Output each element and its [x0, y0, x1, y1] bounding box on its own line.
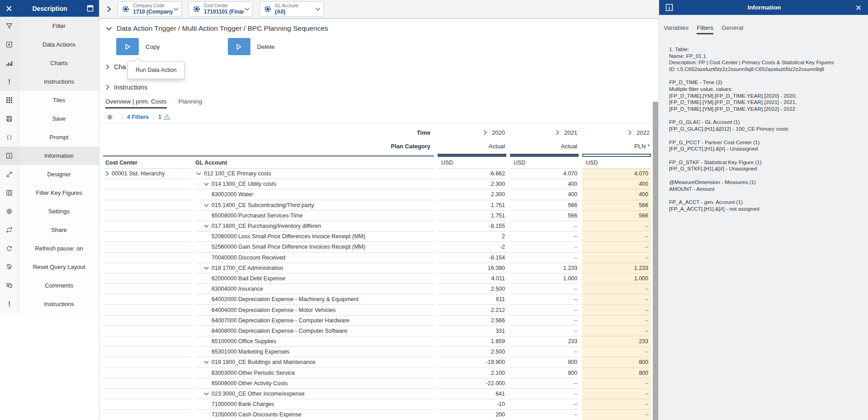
value-cell-2022[interactable]: – [582, 378, 651, 389]
run-copy-button[interactable] [116, 38, 139, 55]
gl-account-cell[interactable]: 64002000 Depreciation Expense - Machiner… [195, 294, 434, 305]
value-cell-2022[interactable]: – [582, 399, 651, 410]
cost-center-cell[interactable]: 00001 Std. Hierarchy [103, 169, 192, 179]
gl-account-cell[interactable]: 65100000 Office Supplies [195, 336, 434, 347]
value-cell-2022[interactable]: 400 [582, 189, 651, 200]
value-cell-2021[interactable]: – [510, 378, 579, 389]
value-cell-2020[interactable]: 2.300 [438, 189, 506, 200]
chevron-down-icon[interactable] [204, 266, 209, 270]
gl-account-cell[interactable]: 64004000 Depreciation Expense - Motor Ve… [195, 305, 434, 315]
year-column-2021[interactable]: 2021 [510, 126, 579, 139]
value-cell-2022[interactable]: – [582, 326, 651, 336]
close-icon[interactable] [5, 5, 13, 12]
run-delete-button[interactable] [228, 38, 250, 55]
value-cell-2022[interactable]: – [582, 316, 651, 326]
value-cell-2022[interactable]: 800 [582, 368, 651, 378]
value-cell-2021[interactable]: 1.000 [510, 274, 579, 284]
sidebar-item-reset-query-layout[interactable]: Reset Query Layout [0, 258, 99, 276]
gl-account-cell[interactable]: 52060000 Loss Small Price Differences In… [195, 231, 434, 242]
value-cell-2021[interactable]: – [510, 253, 579, 263]
value-cell-2021[interactable]: 4.070 [510, 169, 579, 179]
sidebar-item-information[interactable]: iInformation [0, 146, 99, 165]
gl-account-cell[interactable]: 65009000 Other Activity Costs [195, 378, 434, 389]
sidebar-item-tiles[interactable]: Tiles [0, 91, 99, 109]
expand-panel-icon[interactable] [107, 6, 111, 12]
value-cell-2020[interactable]: -22.000 [438, 378, 506, 389]
chevron-right-icon[interactable] [556, 130, 559, 135]
value-cell-2021[interactable]: – [510, 305, 579, 315]
close-icon[interactable] [855, 5, 862, 11]
chevron-right-icon[interactable] [628, 130, 632, 135]
gl-account-cell[interactable]: 64007000 Depreciation Expense - Computer… [195, 316, 434, 326]
chevron-right-icon[interactable] [483, 130, 487, 135]
value-cell-2022[interactable]: – [582, 253, 651, 263]
section-cha[interactable]: Cha [106, 63, 126, 71]
gl-account-cell[interactable]: 014 1300_CE Utility costs [195, 179, 434, 189]
value-cell-2020[interactable]: 331 [438, 326, 506, 336]
chevron-down-icon[interactable] [204, 392, 209, 396]
sidebar-item-share[interactable]: Share [0, 221, 99, 239]
value-cell-2021[interactable]: – [510, 231, 579, 242]
filter-chip-company-code[interactable]: Company Code1710 (Company C... [118, 1, 182, 17]
value-cell-2020[interactable]: 2.300 [438, 179, 506, 189]
value-cell-2022[interactable]: – [582, 221, 651, 231]
value-cell-2022[interactable]: – [582, 242, 651, 252]
value-cell-2020[interactable]: 16.390 [438, 263, 506, 274]
chevron-down-icon[interactable] [204, 203, 209, 207]
tab-planning[interactable]: Planning [179, 96, 203, 109]
value-cell-2021[interactable]: – [510, 242, 579, 252]
restore-window-icon[interactable] [87, 5, 94, 12]
value-cell-2021[interactable]: 800 [510, 368, 579, 378]
gl-account-cell[interactable]: 63004000 Insurance [195, 284, 434, 294]
chevron-down-icon[interactable] [196, 172, 201, 175]
value-cell-2021[interactable]: – [510, 347, 579, 357]
gl-account-header[interactable]: GL Account [195, 157, 434, 169]
panel-tab-variables[interactable]: Variables [664, 15, 689, 34]
panel-tab-general[interactable]: General [722, 15, 743, 34]
panel-tab-filters[interactable]: Filters [697, 15, 713, 34]
value-cell-2022[interactable]: 566 [582, 211, 651, 221]
value-cell-2022[interactable]: – [582, 305, 651, 315]
value-cell-2022[interactable]: – [582, 284, 651, 294]
value-cell-2021[interactable]: 566 [510, 211, 579, 221]
value-cell-2022[interactable]: 1.000 [582, 274, 651, 284]
value-cell-2022[interactable]: – [582, 347, 651, 357]
value-cell-2020[interactable]: 2.100 [438, 368, 506, 378]
section-data-action-trigger[interactable]: Data Action Trigger / Multi Action Trigg… [106, 24, 328, 33]
sidebar-item-instructions[interactable]: Instructions [0, 72, 99, 91]
sidebar-item-prompt[interactable]: { }Prompt [0, 128, 99, 146]
chevron-down-icon[interactable] [204, 360, 209, 364]
value-cell-2021[interactable]: – [510, 294, 579, 305]
value-cell-2021[interactable]: – [510, 410, 579, 420]
value-cell-2020[interactable]: 2.500 [438, 284, 506, 294]
filter-chip-cost-center[interactable]: Cost Center17101101 (Financi... [189, 1, 253, 17]
gear-icon[interactable] [107, 114, 113, 120]
value-cell-2022[interactable]: 400 [582, 179, 651, 189]
value-cell-2020[interactable]: 2 [438, 231, 506, 242]
vertical-scrollbar[interactable] [653, 102, 658, 420]
filters-count-link[interactable]: 4 Filters [127, 114, 149, 120]
value-cell-2022[interactable]: – [582, 389, 651, 399]
tab-overview-prim-costs[interactable]: Overview | prim. Costs [105, 96, 167, 109]
gl-account-cell[interactable]: 019 1800_CE Buildings and Maintenance [195, 357, 434, 368]
gl-account-cell[interactable]: 71000000 Bank Charges [195, 399, 434, 410]
value-cell-2021[interactable]: – [510, 389, 579, 399]
cost-center-header[interactable]: Cost Center [103, 157, 192, 169]
value-cell-2020[interactable]: -8.155 [438, 221, 506, 231]
value-cell-2020[interactable]: -6.662 [438, 169, 506, 179]
gl-account-cell[interactable]: 65008000 Purchased Services-Time [195, 211, 434, 221]
value-cell-2020[interactable]: -10 [438, 399, 506, 410]
value-cell-2022[interactable]: 566 [582, 200, 651, 211]
filter-chip-gl-account[interactable]: GL Account(All) [259, 1, 324, 17]
value-cell-2021[interactable]: – [510, 316, 579, 326]
value-cell-2020[interactable]: 641 [438, 389, 506, 399]
value-cell-2022[interactable]: – [582, 410, 651, 420]
gl-account-cell[interactable]: 018 1700_CE Administration [195, 263, 434, 274]
value-cell-2020[interactable]: -19.900 [438, 357, 506, 368]
value-cell-2021[interactable]: – [510, 399, 579, 410]
value-cell-2022[interactable]: 1.233 [582, 263, 651, 274]
value-cell-2020[interactable]: 4.011 [438, 274, 506, 284]
sidebar-item-charts[interactable]: Charts [0, 54, 99, 72]
year-column-2022[interactable]: 2022 [582, 126, 651, 139]
value-cell-2021[interactable]: – [510, 221, 579, 231]
